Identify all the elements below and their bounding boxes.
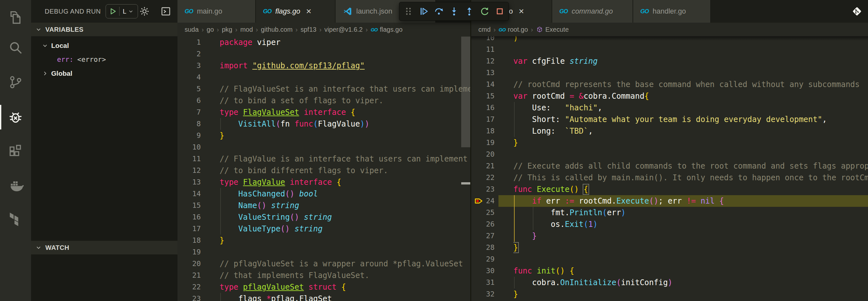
breadcrumb-item[interactable]: mod: [240, 26, 253, 33]
search-icon: [7, 39, 24, 56]
activity-item-search[interactable]: [0, 37, 31, 58]
active-indent-guide: [514, 230, 515, 242]
code-line: var cfgFile string: [513, 55, 868, 67]
breadcrumb-text: suda: [185, 26, 198, 33]
editor-actions: [851, 0, 868, 23]
line-number: 15: [178, 200, 201, 211]
breadcrumb-text: flags.go: [380, 26, 403, 33]
run-config-name[interactable]: L: [123, 8, 126, 15]
step-over-button[interactable]: [431, 2, 446, 21]
start-debugging-button[interactable]: [108, 6, 118, 16]
source-control-icon: [7, 74, 24, 90]
step-out-button[interactable]: [462, 2, 477, 21]
restart-button[interactable]: [477, 2, 492, 21]
scope-row-global[interactable]: Global: [31, 66, 178, 80]
line-number: 14: [178, 188, 201, 200]
breadcrumb-item[interactable]: suda: [185, 26, 198, 33]
line-number: 12: [178, 165, 201, 176]
tab-main-go[interactable]: GOmain.go: [178, 0, 256, 23]
chevron-down-icon: [35, 26, 42, 33]
code-line: [220, 246, 470, 258]
tab-label: handler.go: [653, 7, 686, 15]
symbol-method-icon: [536, 26, 543, 33]
activity-item-explorer[interactable]: [0, 7, 31, 28]
breakpoint-hit-icon[interactable]: [472, 196, 486, 206]
code-editor-root-go[interactable]: 10)1112var cfgFile string1314// rootCmd …: [471, 36, 868, 301]
continue-button[interactable]: [416, 2, 431, 21]
breadcrumb-item[interactable]: spf13: [301, 26, 316, 33]
run-config-control[interactable]: L: [105, 4, 138, 19]
breadcrumb-item[interactable]: viper@v1.6.2: [324, 26, 363, 33]
breadcrumb-item[interactable]: cmd: [478, 26, 491, 33]
line-number: 16: [178, 211, 201, 223]
restart-icon: [479, 6, 490, 17]
breadcrumb-text: root.go: [508, 26, 528, 33]
breadcrumb-item[interactable]: GOflags.go: [371, 26, 402, 33]
code-line: if err := rootCmd.Execute(); err != nil …: [513, 195, 868, 207]
vertical-scrollbar[interactable]: [461, 36, 470, 301]
active-indent-guide: [514, 219, 515, 230]
line-number: 14: [471, 79, 495, 90]
code-line: [220, 48, 470, 60]
line-number: 5: [178, 83, 201, 95]
editor-group-sash[interactable]: [470, 0, 471, 301]
code-line: ValueType() string: [220, 223, 470, 235]
activity-item-source-control[interactable]: [0, 72, 31, 93]
line-number: 21: [471, 160, 495, 172]
breadcrumb-text: pkg: [222, 26, 232, 33]
watch-section-label: WATCH: [45, 244, 69, 252]
code-line: }: [513, 289, 868, 300]
activity-item-docker[interactable]: [0, 175, 31, 196]
sidebar-title: DEBUG AND RUN: [45, 8, 101, 15]
code-line: Name() string: [220, 200, 470, 211]
code-line: ): [513, 36, 868, 44]
go-file-icon: GO: [185, 8, 193, 15]
scope-row-local[interactable]: Local: [31, 38, 178, 53]
variable-row[interactable]: err:<error>: [31, 53, 178, 66]
git-compare[interactable]: [851, 5, 863, 17]
chevron-down-icon[interactable]: [128, 8, 134, 14]
stop-icon: [494, 6, 505, 17]
continue-icon: [418, 6, 429, 17]
code-line: // This is called by main.main(). It onl…: [513, 172, 868, 183]
code-line: func init() {: [513, 265, 868, 277]
step-into-button[interactable]: [446, 2, 462, 21]
tab-flags-go[interactable]: GOflags.go×: [256, 0, 336, 23]
settings-gear-button[interactable]: [138, 5, 150, 17]
stop-button[interactable]: [492, 2, 507, 21]
line-number: 25: [471, 207, 495, 219]
drag-handle[interactable]: [401, 2, 416, 21]
symbol-method-icon: [536, 26, 543, 33]
search-icon: [7, 39, 24, 56]
activity-item-extensions[interactable]: [0, 141, 31, 162]
tab-bar-right: GOroot.go×GOcommand.goGOhandler.go: [471, 0, 868, 23]
tab-command-go[interactable]: GOcommand.go: [552, 0, 633, 23]
scrollbar-thumb[interactable]: [461, 37, 470, 147]
tab-handler-go[interactable]: GOhandler.go: [633, 0, 711, 23]
line-number: 11: [178, 153, 201, 165]
breadcrumb-item[interactable]: go: [207, 26, 214, 33]
close-icon[interactable]: ×: [306, 7, 311, 16]
breadcrumb-item[interactable]: Execute: [536, 26, 569, 33]
activity-item-run-and-debug[interactable]: [0, 107, 31, 128]
line-number: 26: [471, 219, 495, 230]
breadcrumb-item[interactable]: pkg: [222, 26, 232, 33]
chevron-down-icon: [41, 42, 49, 49]
code-line: func Execute() {: [513, 183, 868, 195]
close-icon[interactable]: ×: [519, 7, 524, 16]
tab-label: main.go: [197, 7, 222, 15]
watch-section-header[interactable]: WATCH: [31, 241, 178, 255]
indent-guide: [533, 207, 533, 219]
breadcrumb-item[interactable]: github.com: [261, 26, 292, 33]
line-number: 19: [471, 137, 495, 148]
code-editor-flags-go[interactable]: 1package viper23import "github.com/spf13…: [178, 36, 470, 301]
line-number: 11: [471, 44, 495, 55]
breadcrumb-item[interactable]: GOroot.go: [498, 26, 528, 33]
breadcrumb-separator: ›: [217, 26, 219, 33]
debug-console-button[interactable]: [160, 5, 172, 17]
indent-guide: [514, 125, 515, 137]
variables-tree: Localerr:<error>Global: [31, 36, 178, 241]
variables-section-header[interactable]: VARIABLES: [31, 23, 178, 36]
breadcrumb-text: github.com: [261, 26, 292, 33]
activity-item-terraform[interactable]: [0, 208, 31, 229]
